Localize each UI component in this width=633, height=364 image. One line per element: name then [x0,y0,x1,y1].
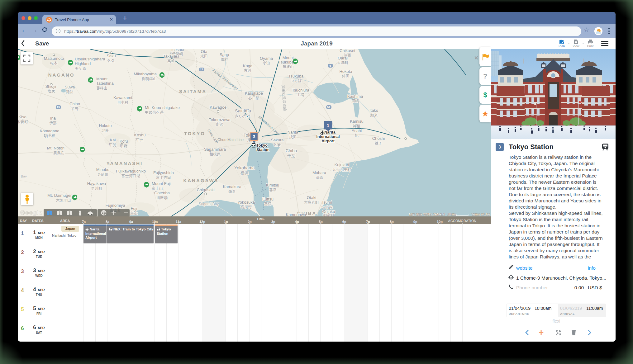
svg-text:成田: 成田 [289,135,297,139]
svg-text:SAITAMA: SAITAMA [179,89,207,94]
svg-text:Mobara: Mobara [312,170,326,175]
svg-text:Tateshina: Tateshina [96,81,114,86]
svg-text:3: 3 [253,134,255,139]
svg-text:Fujiyoshida: Fujiyoshida [153,170,174,175]
svg-text:Shiojiri: Shiojiri [45,84,57,89]
svg-text:大洗町: 大洗町 [337,60,349,65]
svg-text:Station: Station [256,148,269,152]
svg-text:Sagami Bay: Sagami Bay [199,202,219,206]
svg-text:Matsumoto: Matsumoto [44,56,64,61]
svg-text:Kawakami: Kawakami [113,95,132,100]
svg-text:Gotenba: Gotenba [154,191,170,195]
svg-text:Koga: Koga [243,64,253,68]
svg-text:Tsukuba: Tsukuba [288,74,304,78]
svg-text:Chigasaki: Chigasaki [197,187,214,192]
svg-text:旭: 旭 [355,133,359,138]
svg-text:Kai: Kai [110,138,116,142]
svg-text:10 km: 10 km [447,213,455,216]
svg-text:19: 19 [57,106,60,109]
svg-text:Bay: Bay [21,174,27,178]
svg-text:Yokohama: Yokohama [234,165,255,170]
svg-text:早川町: 早川町 [91,186,102,191]
svg-text:蓼科山: 蓼科山 [96,86,107,90]
svg-text:Airport: Airport [321,139,335,143]
svg-text:Asahi: Asahi [352,128,362,133]
svg-text:さいたま: さいたま [235,114,251,118]
svg-text:International: International [316,135,340,139]
svg-text:佐倉: 佐倉 [274,143,281,147]
svg-text:Fuji: Fuji [131,206,137,211]
svg-text:Otaki: Otaki [307,195,316,200]
svg-text:甲府: 甲府 [120,144,127,148]
svg-text:Fujinomiya: Fujinomiya [106,203,126,208]
svg-text:春日部: 春日部 [248,96,259,100]
svg-text:6: 6 [329,64,331,67]
svg-text:大多喜町: 大多喜町 [304,200,319,205]
svg-text:Hokota: Hokota [339,69,352,74]
svg-text:木曽町: 木曽町 [18,120,28,124]
svg-text:潮来: 潮来 [370,113,378,117]
svg-text:農鳥岳: 農鳥岳 [53,151,64,155]
svg-text:Itako: Itako [369,108,378,113]
svg-text:Kamakura: Kamakura [223,184,241,189]
svg-text:千葉: 千葉 [287,154,295,158]
svg-text:Google: Google [20,209,42,216]
svg-text:御宿町: 御宿町 [323,213,335,216]
svg-text:Tsuchiura: Tsuchiura [292,88,309,92]
svg-text:小山: 小山 [263,61,270,65]
svg-text:Yokosuka: Yokosuka [237,200,255,205]
svg-text:高崎: 高崎 [167,59,175,63]
svg-text:Minobu: Minobu [96,167,110,172]
svg-text:いすみ: いすみ [321,205,333,209]
svg-text:北杜: 北杜 [102,128,109,133]
svg-text:Kiso: Kiso [18,115,26,119]
svg-text:甲武信ケ岳: 甲武信ケ岳 [145,110,164,115]
svg-text:Ota: Ota [201,49,208,54]
svg-text:Mikaboyama: Mikaboyama [134,72,157,76]
svg-text:富津: 富津 [264,202,272,206]
svg-text:Oarai: Oarai [338,56,348,60]
svg-text:身延町: 身延町 [97,172,109,177]
svg-text:Saku: Saku [107,54,116,58]
svg-text:佐久: 佐久 [107,59,115,63]
svg-text:御殿場: 御殿場 [156,196,168,200]
svg-text:甲斐: 甲斐 [109,143,117,147]
svg-text:Futtsu: Futtsu [262,197,274,201]
svg-text:NAGANO: NAGANO [48,72,75,78]
svg-text:Sakura: Sakura [271,138,284,142]
svg-text:Koshu: Koshu [134,133,146,137]
svg-text:富士山: 富士山 [152,186,163,191]
svg-text:Narita: Narita [324,130,336,135]
svg-text:Kujukuri: Kujukuri [335,163,349,167]
svg-text:Ina: Ina [50,116,56,121]
svg-text:Mount: Mount [283,55,294,60]
svg-text:所沢: 所沢 [216,122,223,126]
svg-text:Tokorozawa: Tokorozawa [209,117,231,122]
svg-text:Saitama: Saitama [235,108,251,113]
svg-text:Tokyo: Tokyo [256,143,268,148]
svg-text:Narita: Narita [288,130,298,135]
svg-text:大無間山: 大無間山 [56,198,71,202]
svg-text:1: 1 [327,123,329,128]
svg-text:君津: 君津 [269,188,276,192]
svg-text:鉾田: 鉾田 [342,74,350,78]
svg-text:伊勢崎: 伊勢崎 [172,52,183,56]
svg-text:川上村: 川上村 [117,100,128,105]
svg-text:甲州: 甲州 [136,138,144,142]
svg-text:富士河口湖: 富士河口湖 [121,174,140,178]
svg-text:塩尻: 塩尻 [47,89,55,93]
svg-text:富士: 富士 [130,211,138,215]
svg-text:横須賀: 横須賀 [240,205,252,209]
svg-text:銚子: 銚子 [375,141,382,145]
svg-text:太田: 太田 [200,54,208,58]
svg-text:古河: 古河 [244,68,251,73]
svg-text:筑波山: 筑波山 [283,64,294,69]
svg-text:富士吉田: 富士吉田 [156,175,171,180]
svg-text:Kawagoe: Kawagoe [210,105,226,110]
svg-text:Suwa: Suwa [65,85,75,89]
svg-text:Mount Fuji: Mount Fuji [152,181,171,186]
svg-text:Kamogawa: Kamogawa [286,212,306,216]
svg-text:横浜: 横浜 [240,171,249,175]
svg-text:諏訪: 諏訪 [66,90,74,94]
svg-text:相模原: 相模原 [209,152,221,156]
